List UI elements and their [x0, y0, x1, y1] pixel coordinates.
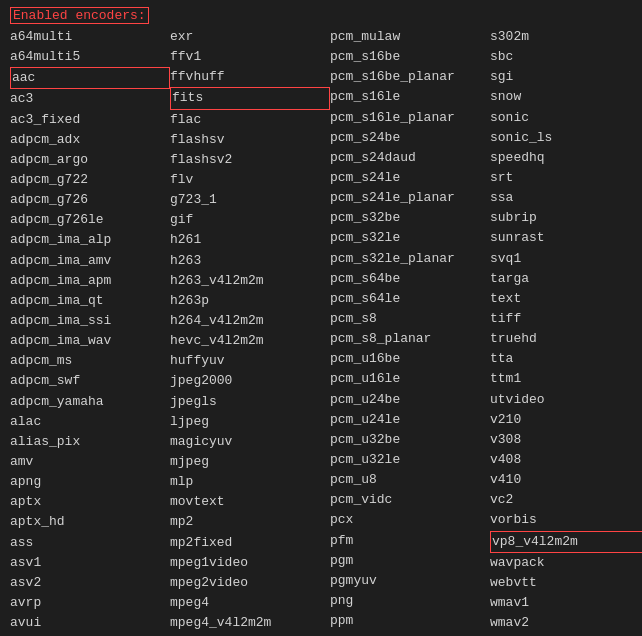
list-item: s302m	[490, 27, 642, 47]
list-item: adpcm_ima_alp	[10, 230, 170, 250]
list-item: a64multi5	[10, 47, 170, 67]
list-item: snow	[490, 87, 642, 107]
list-item: vp8_v4l2m2m	[490, 531, 642, 553]
list-item: magicyuv	[170, 432, 330, 452]
list-item: h261	[170, 230, 330, 250]
list-item: pcm_s16be_planar	[330, 67, 490, 87]
list-item: mp2	[170, 512, 330, 532]
list-item: pcm_s32le	[330, 228, 490, 248]
list-item: pcm_s24be	[330, 128, 490, 148]
list-item: pcm_s64le	[330, 289, 490, 309]
list-item: adpcm_adx	[10, 130, 170, 150]
list-item: ttm1	[490, 369, 642, 389]
list-item: pcm_u16le	[330, 369, 490, 389]
list-item: aac	[10, 67, 170, 89]
header-line: Enabled encoders:	[10, 8, 632, 23]
list-item: ac3	[10, 89, 170, 109]
list-item: huffyuv	[170, 351, 330, 371]
col-1: a64multia64multi5aacac3ac3_fixedadpcm_ad…	[10, 27, 170, 636]
list-item: pcm_s64be	[330, 269, 490, 289]
list-item: mpeg1video	[170, 553, 330, 573]
list-item: jpegls	[170, 392, 330, 412]
list-item: h264_v4l2m2m	[170, 311, 330, 331]
col-2: exrffv1ffvhufffitsflacflashsvflashsv2flv…	[170, 27, 330, 636]
list-item: aptx_hd	[10, 512, 170, 532]
main-container: Enabled encoders: a64multia64multi5aacac…	[0, 0, 642, 636]
list-item: g723_1	[170, 190, 330, 210]
list-item: adpcm_ima_ssi	[10, 311, 170, 331]
col-4: s302msbcsgisnowsonicsonic_lsspeedhqsrtss…	[490, 27, 642, 636]
list-item: v408	[490, 450, 642, 470]
list-item: tta	[490, 349, 642, 369]
list-item: v410	[490, 470, 642, 490]
list-item: pcm_u24le	[330, 410, 490, 430]
list-item: mpeg2video	[170, 573, 330, 593]
col-3: pcm_mulawpcm_s16bepcm_s16be_planarpcm_s1…	[330, 27, 490, 636]
list-item: alac	[10, 412, 170, 432]
list-item: alias_pix	[10, 432, 170, 452]
list-item: ffvhuff	[170, 67, 330, 87]
list-item: ffv1	[170, 47, 330, 67]
list-item: adpcm_g726le	[10, 210, 170, 230]
list-item: pgm	[330, 551, 490, 571]
list-item: mpeg4	[170, 593, 330, 613]
list-item: aptx	[10, 492, 170, 512]
list-item: pcx	[330, 510, 490, 530]
list-item: ppm	[330, 611, 490, 631]
list-item: mjpeg	[170, 452, 330, 472]
list-item: adpcm_ima_qt	[10, 291, 170, 311]
list-item: asv2	[10, 573, 170, 593]
list-item: pcm_s24le_planar	[330, 188, 490, 208]
list-item: targa	[490, 269, 642, 289]
list-item: webvtt	[490, 573, 642, 593]
list-item: fits	[170, 87, 330, 109]
list-item: wmav2	[490, 613, 642, 633]
list-item: adpcm_ima_amv	[10, 251, 170, 271]
list-item: vc2	[490, 490, 642, 510]
list-item: hevc_v4l2m2m	[170, 331, 330, 351]
list-item: pcm_u32be	[330, 430, 490, 450]
list-item: pcm_u24be	[330, 390, 490, 410]
list-item: sonic	[490, 108, 642, 128]
list-item: pcm_s32be	[330, 208, 490, 228]
list-item: pcm_s32le_planar	[330, 249, 490, 269]
list-item: adpcm_g722	[10, 170, 170, 190]
list-item: pfm	[330, 531, 490, 551]
list-item: sgi	[490, 67, 642, 87]
list-item: gif	[170, 210, 330, 230]
list-item: v210	[490, 410, 642, 430]
list-item: ssa	[490, 188, 642, 208]
list-item: pcm_s8	[330, 309, 490, 329]
list-item: h263p	[170, 291, 330, 311]
header-bracket: Enabled encoders:	[10, 7, 149, 24]
list-item: h263_v4l2m2m	[170, 271, 330, 291]
list-item: apng	[10, 472, 170, 492]
list-item: adpcm_ima_apm	[10, 271, 170, 291]
list-item: text	[490, 289, 642, 309]
list-item: adpcm_yamaha	[10, 392, 170, 412]
list-item: movtext	[170, 492, 330, 512]
list-item: vorbis	[490, 510, 642, 530]
list-item: wmav1	[490, 593, 642, 613]
list-item: adpcm_ms	[10, 351, 170, 371]
list-item: exr	[170, 27, 330, 47]
columns-container: a64multia64multi5aacac3ac3_fixedadpcm_ad…	[10, 27, 632, 636]
list-item: v308	[490, 430, 642, 450]
list-item: flashsv	[170, 130, 330, 150]
list-item: pcm_s24le	[330, 168, 490, 188]
list-item: amv	[10, 452, 170, 472]
list-item: flashsv2	[170, 150, 330, 170]
list-item: jpeg2000	[170, 371, 330, 391]
list-item: pcm_u8	[330, 470, 490, 490]
list-item: tiff	[490, 309, 642, 329]
list-item: pcm_u32le	[330, 450, 490, 470]
list-item: pcm_s16le_planar	[330, 108, 490, 128]
list-item: asv1	[10, 553, 170, 573]
list-item: adpcm_g726	[10, 190, 170, 210]
list-item: sunrast	[490, 228, 642, 248]
list-item: adpcm_ima_wav	[10, 331, 170, 351]
list-item: ljpeg	[170, 412, 330, 432]
list-item: pcm_vidc	[330, 490, 490, 510]
list-item: h263	[170, 251, 330, 271]
list-item: srt	[490, 168, 642, 188]
